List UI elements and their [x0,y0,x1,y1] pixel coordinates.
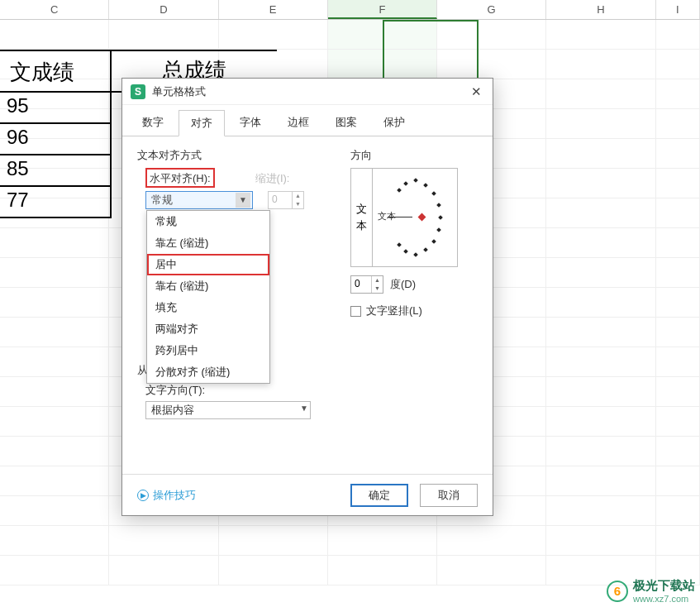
spin-up-icon[interactable]: ▲ [372,276,383,284]
degree-label: 度(D) [390,277,416,292]
titlebar: S 单元格格式 ✕ [122,79,493,105]
col-E[interactable]: E [219,0,328,19]
text-direction-combo[interactable]: 根据内容 ▼ [145,401,311,419]
vertical-text-label: 文字竖排(L) [366,304,422,318]
tips-link[interactable]: ▶ 操作技巧 [137,488,196,503]
vertical-text-checkbox[interactable] [350,306,361,317]
opt-center-across[interactable]: 跨列居中 [147,340,269,361]
col-C[interactable]: C [0,0,109,19]
dir-label: 文字方向(T): [145,383,327,398]
spin-up-icon[interactable]: ▲ [293,192,303,200]
h-align-value: 常规 [151,193,173,208]
tab-border[interactable]: 边框 [276,110,321,136]
chevron-down-icon[interactable]: ▼ [236,193,250,208]
site-watermark: 6 极光下载站 www.xz7.com [607,578,695,604]
opt-justify[interactable]: 两端对齐 [147,318,269,340]
opt-fill[interactable]: 填充 [147,297,269,318]
vertical-text-button[interactable]: 文本 [351,169,373,266]
section-text-align: 文本对齐方式 [137,148,327,163]
ok-button[interactable]: 确定 [350,484,408,507]
degree-value: 0 [355,278,360,289]
h-align-label-highlight: 水平对齐(H): [145,168,215,188]
dir-value: 根据内容 [151,403,194,418]
opt-center[interactable]: 居中 [147,254,269,275]
cell-v3[interactable]: 85 [0,155,112,187]
h-align-label: 水平对齐(H): [150,172,211,184]
col-H[interactable]: H [546,0,655,19]
angle-handle-icon[interactable] [418,213,426,222]
orientation-widget[interactable]: 文本 文本 [350,168,458,267]
opt-general[interactable]: 常规 [147,211,269,232]
dialog-footer: ▶ 操作技巧 确定 取消 [122,474,493,515]
section-orientation: 方向 [350,148,466,163]
watermark-url: www.xz7.com [633,594,695,604]
watermark-logo-icon: 6 [607,581,628,602]
needle [388,217,412,217]
tab-font[interactable]: 字体 [228,110,273,136]
degree-spinner[interactable]: 0 ▲▼ [350,275,383,294]
data-table: 文成绩 总成绩 95 96 85 77 [0,50,112,218]
cell-v4[interactable]: 77 [0,187,112,218]
col-F[interactable]: F [328,0,437,19]
tab-bar: 数字 对齐 字体 边框 图案 保护 [122,105,493,136]
tab-align[interactable]: 对齐 [179,110,225,136]
tab-number[interactable]: 数字 [131,110,175,136]
col-G[interactable]: G [437,0,546,19]
tab-protect[interactable]: 保护 [372,110,417,136]
col-D[interactable]: D [109,0,218,19]
dialog-title: 单元格格式 [152,84,464,99]
app-icon: S [131,84,145,99]
h-align-dropdown: 常规 靠左 (缩进) 居中 靠右 (缩进) 填充 两端对齐 跨列居中 分散对齐 … [146,210,270,384]
cancel-button[interactable]: 取消 [420,484,478,507]
h-align-combo[interactable]: 常规 ▼ 常规 靠左 (缩进) 居中 靠右 (缩进) 填充 两端对齐 跨列居中 … [145,191,253,209]
close-icon[interactable]: ✕ [464,82,488,102]
watermark-brand: 极光下载站 [633,578,695,594]
opt-right[interactable]: 靠右 (缩进) [147,275,269,297]
opt-distributed[interactable]: 分散对齐 (缩进) [147,361,269,383]
tips-label: 操作技巧 [153,488,196,503]
play-icon: ▶ [137,490,149,501]
spin-down-icon[interactable]: ▼ [372,284,383,293]
opt-left[interactable]: 靠左 (缩进) [147,232,269,254]
tab-pattern[interactable]: 图案 [324,110,369,136]
column-headers: C D E F G H I [0,0,700,20]
col-I[interactable]: I [656,0,701,19]
indent-value: 0 [272,194,278,205]
cell-v2[interactable]: 96 [0,124,112,155]
indent-spinner[interactable]: 0 ▲▼ [268,191,304,209]
indent-label: 缩进(I): [255,172,290,184]
spin-down-icon[interactable]: ▼ [293,200,303,208]
chevron-down-icon[interactable]: ▼ [300,404,308,413]
cell-format-dialog: S 单元格格式 ✕ 数字 对齐 字体 边框 图案 保护 文本对齐方式 水平对齐(… [121,78,493,516]
cell-v1[interactable]: 95 [0,93,112,124]
orientation-dial[interactable]: 文本 [373,169,457,266]
header-left: 文成绩 [0,50,112,93]
